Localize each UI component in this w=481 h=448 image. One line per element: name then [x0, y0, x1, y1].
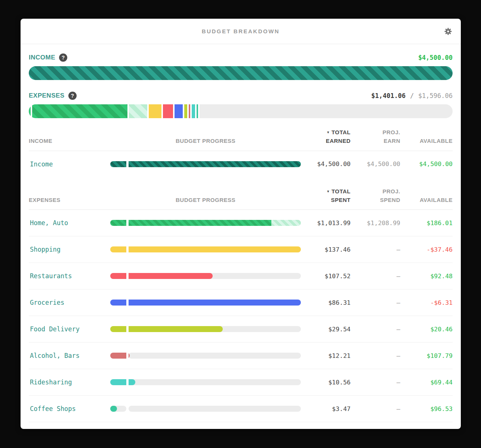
available-cell: $69.44	[400, 379, 453, 386]
bar-fill	[110, 161, 301, 167]
projected-cell: –	[351, 405, 400, 412]
available-cell: $92.48	[400, 273, 453, 280]
column-header-sort-total[interactable]: ▼TOTALEARNED	[301, 128, 351, 145]
category-label[interactable]: Home, Auto	[29, 219, 110, 227]
page-title: BUDGET BREAKDOWN	[21, 19, 461, 44]
category-label[interactable]: Groceries	[29, 299, 110, 306]
segment-gap	[198, 104, 200, 118]
segment-home-auto-spent	[32, 104, 127, 118]
projected-cell: $4,500.00	[351, 160, 400, 168]
table-row[interactable]: Coffee Shops$3.47–$96.53	[29, 396, 453, 422]
total-cell: $107.52	[301, 273, 351, 280]
category-label[interactable]: Alcohol, Bars	[29, 352, 110, 359]
available-cell: -$37.46	[400, 246, 453, 253]
projected-cell: $1,208.99	[351, 220, 400, 227]
income-help-icon[interactable]: ?	[59, 53, 67, 62]
segment-groceries	[175, 104, 183, 118]
category-label[interactable]: Coffee Shops	[29, 405, 110, 412]
bar-fill	[110, 273, 213, 279]
projected-cell: –	[351, 326, 400, 333]
expenses-summary-bar	[29, 104, 453, 118]
category-label[interactable]: Income	[29, 160, 110, 168]
total-cell: $12.21	[301, 352, 351, 359]
bar-gap-line	[126, 406, 129, 412]
table-row[interactable]: Food Delivery$29.54–$20.46	[29, 316, 453, 343]
category-label[interactable]: Ridesharing	[29, 378, 110, 386]
column-header-category: EXPENSES	[29, 196, 110, 204]
gear-icon[interactable]	[444, 27, 453, 36]
column-header-projected: PROJ.SPEND	[351, 187, 400, 205]
budget-progress-bar	[110, 161, 301, 167]
table-row[interactable]: Ridesharing$10.56–$69.44	[29, 369, 453, 396]
bar-gap-line	[126, 273, 129, 279]
column-header-projected: PROJ.EARN	[351, 128, 400, 145]
category-label[interactable]: Restaurants	[29, 272, 110, 280]
budget-progress-cell	[110, 379, 301, 385]
expenses-help-icon[interactable]: ?	[68, 92, 77, 100]
total-cell: $86.31	[301, 299, 351, 306]
income-summary-header: INCOME ? $4,500.00	[29, 52, 453, 64]
column-header-budget-progress: BUDGET PROGRESS	[110, 136, 301, 145]
total-cell: $10.56	[301, 379, 351, 386]
available-cell: $186.01	[400, 220, 453, 227]
segment-ridesharing	[192, 104, 195, 118]
bar-track-main	[129, 406, 301, 412]
budget-progress-cell	[110, 246, 301, 252]
expenses-projected-amount: $1,596.06	[418, 92, 453, 99]
available-cell: $107.79	[400, 352, 453, 359]
segment-home-auto-projected	[129, 104, 147, 118]
budget-table: INCOMEBUDGET PROGRESS▼TOTALEARNEDPROJ.EA…	[29, 128, 453, 422]
table-row[interactable]: Alcohol, Bars$12.21–$107.79	[29, 343, 453, 369]
category-label[interactable]: Shopping	[29, 246, 110, 253]
table-row[interactable]: Shopping$137.46–-$37.46	[29, 236, 453, 263]
income-section-label: INCOME	[29, 54, 55, 61]
budget-progress-cell	[110, 353, 301, 359]
expenses-summary-header: EXPENSES ? $1,401.06 / $1,596.06	[29, 90, 453, 102]
budget-progress-cell	[110, 300, 301, 306]
column-header-category: INCOME	[29, 136, 110, 145]
bar-gap-line	[126, 300, 129, 306]
bar-fill	[110, 406, 117, 412]
bar-gap-line	[126, 379, 129, 385]
bar-fill	[110, 379, 135, 385]
total-cell: $29.54	[301, 326, 351, 333]
table-row[interactable]: Restaurants$107.52–$92.48	[29, 263, 453, 289]
sort-descending-icon: ▼	[326, 190, 330, 193]
column-header-sort-total[interactable]: ▼TOTALSPENT	[301, 187, 351, 205]
total-cell: $1,013.99	[301, 220, 351, 227]
expenses-summary-amounts: $1,401.06 / $1,596.06	[371, 92, 453, 99]
table-row[interactable]: Income$4,500.00$4,500.00$4,500.00	[29, 151, 453, 177]
budget-progress-cell	[110, 326, 301, 332]
card-content: INCOME ? $4,500.00 EXPENSES ? $1,401.06 …	[21, 52, 461, 422]
budget-progress-cell	[110, 220, 301, 226]
budget-progress-cell	[110, 161, 301, 167]
bar-gap-line	[126, 161, 129, 167]
total-cell: $137.46	[301, 246, 351, 253]
bar-gap-line	[126, 220, 129, 226]
budget-progress-bar	[110, 326, 301, 332]
projected-cell: –	[351, 246, 400, 253]
table-row[interactable]: Groceries$86.31–-$6.31	[29, 289, 453, 316]
title-bar: BUDGET BREAKDOWN	[21, 19, 461, 44]
total-cell: $4,500.00	[301, 160, 351, 168]
available-cell: -$6.31	[400, 299, 453, 306]
available-cell: $4,500.00	[400, 160, 453, 168]
column-header-available: AVAILABLE	[400, 196, 453, 204]
budget-progress-cell	[110, 273, 301, 279]
income-summary-bar	[29, 66, 453, 80]
income-summary-amount: $4,500.00	[418, 54, 453, 61]
budget-progress-bar	[110, 353, 301, 359]
budget-breakdown-card: BUDGET BREAKDOWN INCOME ? $4,500.00	[21, 19, 461, 429]
bar-fill	[110, 220, 271, 226]
category-label[interactable]: Food Delivery	[29, 325, 110, 333]
table-header-expenses: EXPENSESBUDGET PROGRESS▼TOTALSPENTPROJ.S…	[29, 187, 453, 210]
table-row[interactable]: Home, Auto$1,013.99$1,208.99$186.01	[29, 210, 453, 236]
amount-separator: /	[410, 92, 414, 99]
income-bar-fill	[29, 66, 453, 80]
available-cell: $20.46	[400, 326, 453, 333]
budget-progress-cell	[110, 406, 301, 412]
bar-gap-line	[126, 246, 129, 252]
segment-restaurants	[163, 104, 173, 118]
budget-progress-bar	[110, 379, 301, 385]
budget-progress-bar	[110, 246, 301, 252]
